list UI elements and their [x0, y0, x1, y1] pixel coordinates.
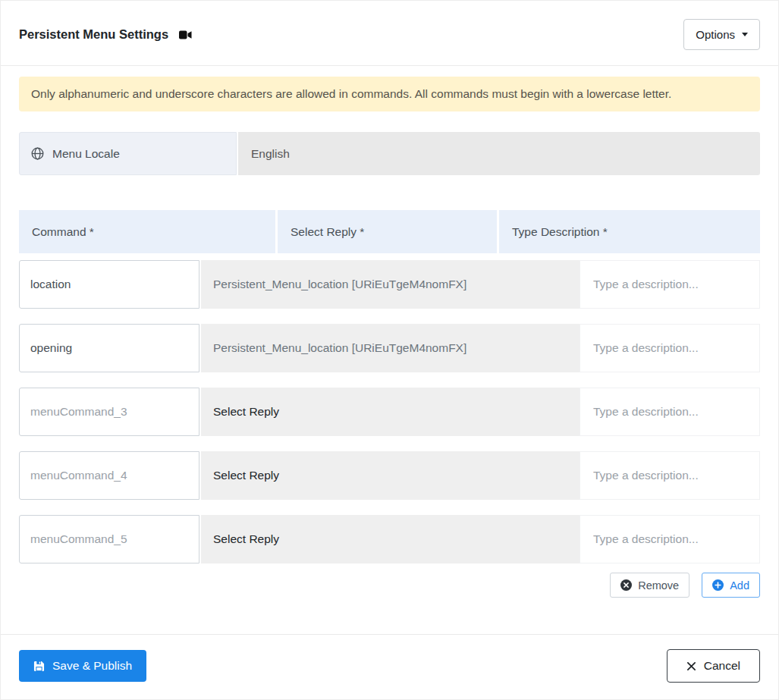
- column-header-description: Type Description *: [499, 210, 760, 253]
- description-input[interactable]: [580, 260, 760, 309]
- remove-row-button[interactable]: Remove: [610, 573, 689, 598]
- menu-locale-row: Menu Locale English: [19, 132, 760, 175]
- remove-button-label: Remove: [638, 579, 679, 592]
- table-row: Select Reply: [19, 515, 760, 563]
- table-row: Persistent_Menu_location [URiEuTgeM4nomF…: [19, 260, 760, 309]
- save-publish-button[interactable]: Save & Publish: [19, 650, 146, 682]
- table-header: Command * Select Reply * Type Descriptio…: [19, 210, 760, 253]
- close-icon: [686, 661, 696, 671]
- table-body: Persistent_Menu_location [URiEuTgeM4nomF…: [19, 260, 760, 563]
- page-title: Persistent Menu Settings: [19, 27, 168, 42]
- header-divider: [1, 65, 778, 66]
- cancel-button-label: Cancel: [704, 659, 740, 673]
- reply-select[interactable]: Persistent_Menu_location [URiEuTgeM4nomF…: [201, 260, 580, 309]
- command-input[interactable]: [19, 515, 199, 563]
- reply-select[interactable]: Select Reply: [201, 515, 580, 563]
- table-row: Persistent_Menu_location [URiEuTgeM4nomF…: [19, 324, 760, 372]
- save-icon: [33, 661, 45, 672]
- persistent-menu-settings-panel: Persistent Menu Settings Options Only al…: [0, 0, 779, 700]
- menu-locale-select[interactable]: English: [238, 132, 760, 175]
- title-wrap: Persistent Menu Settings: [19, 27, 192, 42]
- column-header-command: Command *: [19, 210, 275, 253]
- add-button-label: Add: [730, 579, 749, 592]
- reply-select[interactable]: Select Reply: [201, 388, 580, 436]
- panel-footer: Save & Publish Cancel: [1, 634, 778, 683]
- add-circle-icon: [712, 579, 724, 591]
- menu-locale-selected-value: English: [251, 147, 290, 161]
- column-header-reply: Select Reply *: [278, 210, 497, 253]
- description-input[interactable]: [580, 515, 760, 563]
- reply-select[interactable]: Persistent_Menu_location [URiEuTgeM4nomF…: [201, 324, 580, 372]
- add-row-button[interactable]: Add: [702, 573, 760, 598]
- globe-icon: [31, 147, 44, 160]
- command-input[interactable]: [19, 451, 199, 500]
- menu-locale-label-text: Menu Locale: [52, 147, 120, 161]
- options-button[interactable]: Options: [683, 19, 760, 50]
- save-publish-label: Save & Publish: [52, 659, 132, 673]
- command-input[interactable]: [19, 388, 199, 436]
- chevron-down-icon: [742, 33, 748, 36]
- table-row: Select Reply: [19, 388, 760, 436]
- table-row: Select Reply: [19, 451, 760, 500]
- menu-locale-label: Menu Locale: [19, 132, 237, 175]
- warning-banner: Only alphanumeric and underscore charact…: [19, 77, 760, 111]
- description-input[interactable]: [580, 451, 760, 500]
- row-actions: Remove Add: [19, 573, 760, 598]
- video-camera-icon: [179, 30, 192, 39]
- remove-circle-icon: [620, 579, 632, 591]
- description-input[interactable]: [580, 324, 760, 372]
- command-input[interactable]: [19, 324, 199, 372]
- description-input[interactable]: [580, 388, 760, 436]
- panel-header: Persistent Menu Settings Options: [19, 19, 760, 50]
- options-button-label: Options: [696, 28, 735, 41]
- cancel-button[interactable]: Cancel: [667, 649, 760, 683]
- command-input[interactable]: [19, 260, 199, 309]
- reply-select[interactable]: Select Reply: [201, 451, 580, 500]
